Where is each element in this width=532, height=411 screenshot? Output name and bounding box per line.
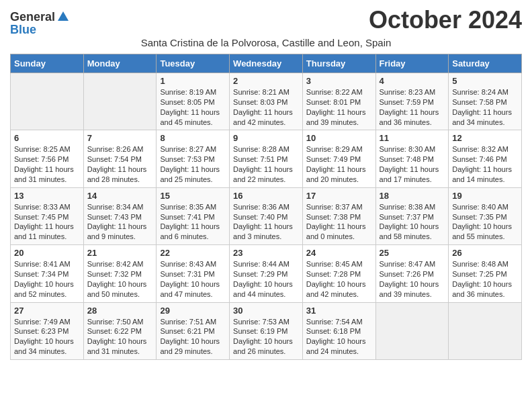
cell-info: Sunrise: 8:48 AMSunset: 7:25 PMDaylight:…: [452, 259, 518, 299]
cell-info: Sunrise: 8:38 AMSunset: 7:37 PMDaylight:…: [380, 202, 445, 242]
cell-info: Sunrise: 7:50 AMSunset: 6:22 PMDaylight:…: [87, 317, 153, 357]
cell-info: Sunrise: 8:44 AMSunset: 7:29 PMDaylight:…: [233, 259, 299, 299]
calendar-header-row: SundayMondayTuesdayWednesdayThursdayFrid…: [11, 54, 522, 73]
cell-info: Sunrise: 8:47 AMSunset: 7:26 PMDaylight:…: [380, 259, 445, 299]
day-number: 29: [160, 306, 226, 316]
calendar-cell: 2Sunrise: 8:21 AMSunset: 8:03 PMDaylight…: [230, 73, 303, 130]
calendar-cell: 9Sunrise: 8:28 AMSunset: 7:51 PMDaylight…: [230, 130, 303, 187]
calendar-cell: 7Sunrise: 8:26 AMSunset: 7:54 PMDaylight…: [83, 130, 157, 187]
day-number: 8: [160, 133, 226, 143]
cell-info: Sunrise: 8:34 AMSunset: 7:43 PMDaylight:…: [87, 202, 153, 242]
calendar-cell: 26Sunrise: 8:48 AMSunset: 7:25 PMDayligh…: [449, 245, 522, 302]
calendar-cell: 30Sunrise: 7:53 AMSunset: 6:19 PMDayligh…: [230, 302, 303, 359]
calendar-week-2: 13Sunrise: 8:33 AMSunset: 7:45 PMDayligh…: [11, 187, 522, 244]
calendar-cell: [11, 73, 84, 130]
calendar-cell: 14Sunrise: 8:34 AMSunset: 7:43 PMDayligh…: [83, 187, 157, 244]
calendar-week-1: 6Sunrise: 8:25 AMSunset: 7:56 PMDaylight…: [11, 130, 522, 187]
day-number: 26: [452, 248, 518, 258]
day-number: 4: [380, 76, 445, 86]
calendar-cell: 22Sunrise: 8:43 AMSunset: 7:31 PMDayligh…: [157, 245, 230, 302]
day-header-monday: Monday: [83, 54, 157, 73]
calendar-cell: 3Sunrise: 8:22 AMSunset: 8:01 PMDaylight…: [302, 73, 375, 130]
calendar-week-3: 20Sunrise: 8:41 AMSunset: 7:34 PMDayligh…: [11, 245, 522, 302]
calendar-cell: 23Sunrise: 8:44 AMSunset: 7:29 PMDayligh…: [230, 245, 303, 302]
cell-info: Sunrise: 8:28 AMSunset: 7:51 PMDaylight:…: [233, 144, 299, 184]
cell-info: Sunrise: 8:25 AMSunset: 7:56 PMDaylight:…: [14, 144, 80, 184]
logo-blue-text: Blue: [10, 24, 36, 36]
day-number: 7: [87, 133, 153, 143]
cell-info: Sunrise: 7:54 AMSunset: 6:18 PMDaylight:…: [306, 317, 372, 357]
calendar-cell: [83, 73, 157, 130]
day-number: 17: [306, 191, 372, 201]
day-number: 30: [233, 306, 299, 316]
header: General Blue October 2024: [10, 7, 522, 36]
calendar-cell: 11Sunrise: 8:30 AMSunset: 7:48 PMDayligh…: [375, 130, 449, 187]
logo-general-text: General: [10, 11, 55, 23]
cell-info: Sunrise: 8:29 AMSunset: 7:49 PMDaylight:…: [306, 144, 372, 184]
day-number: 6: [14, 133, 80, 143]
calendar-cell: 15Sunrise: 8:35 AMSunset: 7:41 PMDayligh…: [157, 187, 230, 244]
day-number: 19: [452, 191, 518, 201]
cell-info: Sunrise: 8:40 AMSunset: 7:35 PMDaylight:…: [452, 202, 518, 242]
cell-info: Sunrise: 7:49 AMSunset: 6:23 PMDaylight:…: [14, 317, 80, 357]
cell-info: Sunrise: 8:22 AMSunset: 8:01 PMDaylight:…: [306, 87, 372, 127]
cell-info: Sunrise: 8:37 AMSunset: 7:38 PMDaylight:…: [306, 202, 372, 242]
day-number: 9: [233, 133, 299, 143]
day-number: 24: [306, 248, 372, 258]
calendar-cell: 28Sunrise: 7:50 AMSunset: 6:22 PMDayligh…: [83, 302, 157, 359]
day-number: 13: [14, 191, 80, 201]
day-number: 15: [160, 191, 226, 201]
calendar-cell: 24Sunrise: 8:45 AMSunset: 7:28 PMDayligh…: [302, 245, 375, 302]
cell-info: Sunrise: 8:21 AMSunset: 8:03 PMDaylight:…: [233, 87, 299, 127]
calendar-cell: [375, 302, 449, 359]
calendar-cell: 10Sunrise: 8:29 AMSunset: 7:49 PMDayligh…: [302, 130, 375, 187]
day-number: 25: [380, 248, 445, 258]
cell-info: Sunrise: 8:30 AMSunset: 7:48 PMDaylight:…: [380, 144, 445, 184]
calendar-week-0: 1Sunrise: 8:19 AMSunset: 8:05 PMDaylight…: [11, 73, 522, 130]
cell-info: Sunrise: 8:36 AMSunset: 7:40 PMDaylight:…: [233, 202, 299, 242]
day-number: 20: [14, 248, 80, 258]
day-number: 11: [380, 133, 445, 143]
calendar-cell: 21Sunrise: 8:42 AMSunset: 7:32 PMDayligh…: [83, 245, 157, 302]
cell-info: Sunrise: 8:41 AMSunset: 7:34 PMDaylight:…: [14, 259, 80, 299]
calendar-cell: [449, 302, 522, 359]
cell-info: Sunrise: 8:27 AMSunset: 7:53 PMDaylight:…: [160, 144, 226, 184]
location-title: Santa Cristina de la Polvorosa, Castille…: [10, 37, 522, 48]
day-number: 31: [306, 306, 372, 316]
calendar-cell: 16Sunrise: 8:36 AMSunset: 7:40 PMDayligh…: [230, 187, 303, 244]
calendar-cell: 4Sunrise: 8:23 AMSunset: 7:59 PMDaylight…: [375, 73, 449, 130]
calendar-cell: 6Sunrise: 8:25 AMSunset: 7:56 PMDaylight…: [11, 130, 84, 187]
calendar-cell: 20Sunrise: 8:41 AMSunset: 7:34 PMDayligh…: [11, 245, 84, 302]
calendar-cell: 19Sunrise: 8:40 AMSunset: 7:35 PMDayligh…: [449, 187, 522, 244]
day-header-saturday: Saturday: [449, 54, 522, 73]
day-number: 10: [306, 133, 372, 143]
calendar-cell: 8Sunrise: 8:27 AMSunset: 7:53 PMDaylight…: [157, 130, 230, 187]
day-number: 28: [87, 306, 153, 316]
calendar-cell: 17Sunrise: 8:37 AMSunset: 7:38 PMDayligh…: [302, 187, 375, 244]
day-number: 12: [452, 133, 518, 143]
cell-info: Sunrise: 8:43 AMSunset: 7:31 PMDaylight:…: [160, 259, 226, 299]
cell-info: Sunrise: 8:23 AMSunset: 7:59 PMDaylight:…: [380, 87, 445, 127]
cell-info: Sunrise: 8:32 AMSunset: 7:46 PMDaylight:…: [452, 144, 518, 184]
cell-info: Sunrise: 8:24 AMSunset: 7:58 PMDaylight:…: [452, 87, 518, 127]
day-header-wednesday: Wednesday: [230, 54, 303, 73]
calendar-cell: 27Sunrise: 7:49 AMSunset: 6:23 PMDayligh…: [11, 302, 84, 359]
cell-info: Sunrise: 8:35 AMSunset: 7:41 PMDaylight:…: [160, 202, 226, 242]
day-number: 14: [87, 191, 153, 201]
day-number: 23: [233, 248, 299, 258]
calendar-cell: 13Sunrise: 8:33 AMSunset: 7:45 PMDayligh…: [11, 187, 84, 244]
day-number: 22: [160, 248, 226, 258]
cell-info: Sunrise: 8:45 AMSunset: 7:28 PMDaylight:…: [306, 259, 372, 299]
calendar-cell: 5Sunrise: 8:24 AMSunset: 7:58 PMDaylight…: [449, 73, 522, 130]
cell-info: Sunrise: 8:42 AMSunset: 7:32 PMDaylight:…: [87, 259, 153, 299]
cell-info: Sunrise: 8:33 AMSunset: 7:45 PMDaylight:…: [14, 202, 80, 242]
day-number: 3: [306, 76, 372, 86]
day-header-tuesday: Tuesday: [157, 54, 230, 73]
calendar-cell: 18Sunrise: 8:38 AMSunset: 7:37 PMDayligh…: [375, 187, 449, 244]
day-number: 1: [160, 76, 226, 86]
day-header-sunday: Sunday: [11, 54, 84, 73]
svg-marker-0: [58, 11, 69, 21]
day-number: 21: [87, 248, 153, 258]
day-number: 2: [233, 76, 299, 86]
cell-info: Sunrise: 7:53 AMSunset: 6:19 PMDaylight:…: [233, 317, 299, 357]
